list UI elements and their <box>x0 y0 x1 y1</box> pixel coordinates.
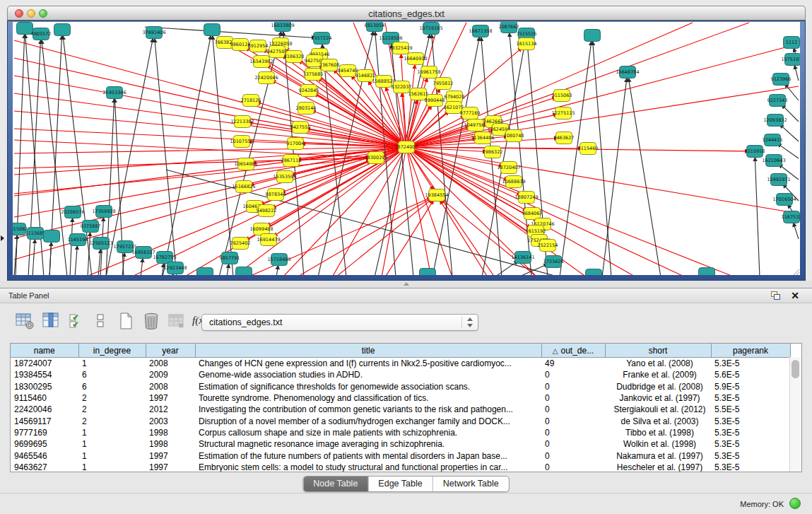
graph-node[interactable]: 17359928 <box>92 206 115 218</box>
cell-out_degree[interactable]: 0 <box>541 369 605 380</box>
cell-in_degree[interactable]: 2 <box>78 392 146 404</box>
cell-title[interactable]: Embryonic stem cells: a model to study s… <box>195 462 541 472</box>
table-scrollbar[interactable] <box>789 357 801 472</box>
table-row[interactable]: 2242004622012Investigating the contribut… <box>11 404 790 415</box>
cell-name[interactable]: 9463627 <box>11 462 78 472</box>
graph-node[interactable]: 18325419 <box>389 42 412 54</box>
graph-node[interactable]: 1733426 <box>543 256 564 268</box>
canvas-resize-grip-icon[interactable] <box>794 269 799 275</box>
cell-pagerank[interactable]: 5.3E-5 <box>711 358 790 370</box>
cell-short[interactable]: Franke et al. (2009) <box>605 369 711 380</box>
graph-node[interactable]: 9777169 <box>460 107 481 119</box>
graph-node[interactable] <box>44 230 60 243</box>
graph-node[interactable]: 16640910 <box>404 53 427 65</box>
graph-node[interactable]: 7625402 <box>230 238 251 250</box>
cell-in_degree[interactable]: 1 <box>78 450 146 461</box>
cell-out_degree[interactable]: 0 <box>541 404 605 415</box>
graph-node[interactable]: 21953346 <box>102 87 126 99</box>
node-table[interactable]: namein_degreeyeartitle△out_de...shortpag… <box>10 343 802 472</box>
graph-node[interactable]: 9427552 <box>290 122 311 134</box>
graph-node[interactable]: 8813054 <box>365 22 385 32</box>
table-select-dropdown[interactable]: citations_edges.txt <box>201 314 478 331</box>
graph-node[interactable]: 16099488 <box>249 223 273 235</box>
graph-node[interactable]: 12275115 <box>551 107 575 119</box>
cell-title[interactable]: Estimation of significance thresholds fo… <box>195 381 541 392</box>
graph-node[interactable]: 2718126 <box>241 95 261 107</box>
graph-node[interactable]: 16543982 <box>249 56 273 68</box>
cell-out_degree[interactable]: 0 <box>541 450 605 461</box>
graph-node[interactable]: 5498222 <box>257 205 277 217</box>
graph-node[interactable]: 1167533 <box>782 211 800 223</box>
cell-name[interactable]: 14569117 <box>11 415 78 426</box>
cell-title[interactable]: Tourette syndrome. Phenomenology and cla… <box>195 392 541 404</box>
graph-node[interactable]: 2087662 <box>499 22 519 33</box>
cell-name[interactable]: 9465546 <box>11 450 78 461</box>
graph-node[interactable]: 18300295 <box>364 152 387 164</box>
float-panel-icon[interactable] <box>771 291 781 300</box>
graph-node[interactable] <box>586 269 602 276</box>
cell-title[interactable]: Structural magnetic resonance image aver… <box>195 438 541 450</box>
table-row[interactable]: 1456911722003Disruption of a novel membe… <box>11 415 790 426</box>
cell-name[interactable]: 9777169 <box>11 427 78 438</box>
tab-edge-table[interactable]: Edge Table <box>368 477 433 491</box>
cell-year[interactable]: 2008 <box>146 381 195 392</box>
graph-node[interactable]: 17016504 <box>772 194 796 206</box>
table-row[interactable]: 911546021997Tourette syndrome. Phenomeno… <box>11 392 790 404</box>
graph-node[interactable]: 37691406 <box>142 27 165 39</box>
table-row[interactable]: 946554611997Estimation of the future num… <box>11 450 790 461</box>
network-canvas[interactable]: 4905572376914061603380975572248813054152… <box>13 22 800 275</box>
delete-table-icon[interactable]: ✖ <box>167 311 187 331</box>
cell-out_degree[interactable]: 0 <box>541 462 605 472</box>
graph-node[interactable]: 7557224 <box>312 33 332 45</box>
cell-year[interactable]: 2009 <box>146 369 195 380</box>
cell-name[interactable]: 9699695 <box>11 438 78 450</box>
graph-node[interactable]: 9857791 <box>220 252 240 264</box>
graph-node[interactable]: 7955812 <box>433 78 454 90</box>
graph-node[interactable]: 1115689 <box>25 228 46 240</box>
column-header-out_degree[interactable]: △out_de... <box>541 344 605 358</box>
graph-node[interactable]: 22420046 <box>254 72 278 84</box>
graph-node[interactable]: 2803144 <box>296 103 317 115</box>
cell-in_degree[interactable]: 2 <box>78 415 146 426</box>
cell-name[interactable]: 19384554 <box>11 369 78 380</box>
graph-node[interactable]: 9684067 <box>522 208 543 220</box>
tab-network-table[interactable]: Network Table <box>433 477 509 491</box>
cell-short[interactable]: Tibbo et al. (1998) <box>605 427 711 438</box>
cell-title[interactable]: Investigating the contribution of common… <box>195 404 541 415</box>
graph-node[interactable] <box>204 24 220 36</box>
cell-short[interactable]: de Silva et al. (2003) <box>605 415 711 426</box>
cell-out_degree[interactable]: 49 <box>541 358 605 370</box>
graph-node[interactable]: 1615134 <box>517 38 537 50</box>
cell-short[interactable]: Dudbridge et al. (2008) <box>605 381 711 392</box>
graph-node[interactable]: 1112 <box>784 37 800 49</box>
graph-node[interactable]: 12923448 <box>163 262 187 274</box>
cell-pagerank[interactable]: 5.3E-5 <box>711 392 790 404</box>
column-header-title[interactable]: title <box>195 344 541 358</box>
cell-title[interactable]: Disruption of a novel member of a sodium… <box>195 415 541 426</box>
cell-pagerank[interactable]: 5.5E-5 <box>711 404 790 415</box>
memory-indicator[interactable] <box>789 498 801 509</box>
graph-node[interactable]: 12505123 <box>89 238 112 250</box>
column-header-short[interactable]: short <box>605 344 711 358</box>
column-header-pagerank[interactable]: pagerank <box>711 344 790 358</box>
cell-pagerank[interactable]: 5.3E-5 <box>711 415 790 426</box>
cell-pagerank[interactable]: 5.6E-5 <box>711 369 790 380</box>
graph-node[interactable]: 18807249 <box>514 192 538 204</box>
graph-node[interactable]: 16671358 <box>469 25 492 37</box>
graph-node[interactable]: 10654985 <box>234 158 257 170</box>
cell-in_degree[interactable]: 6 <box>78 381 146 392</box>
cell-name[interactable]: 18724007 <box>11 358 78 370</box>
graph-node[interactable]: 3375685 <box>303 69 324 81</box>
new-column-icon[interactable] <box>117 311 134 331</box>
graph-node[interactable]: 9375887 <box>81 221 101 233</box>
cell-in_degree[interactable]: 1 <box>78 358 146 370</box>
graph-node[interactable]: 2867110 <box>281 155 302 167</box>
cell-year[interactable]: 2008 <box>146 358 195 370</box>
graph-node[interactable]: 18724007 <box>394 141 418 153</box>
cell-short[interactable]: Hescheler et al. (1997) <box>605 462 711 472</box>
graph-node[interactable]: 15166825 <box>232 181 255 193</box>
graph-node[interactable]: 2367608 <box>319 59 340 71</box>
cell-year[interactable]: 1997 <box>146 462 195 472</box>
delete-column-trash-icon[interactable] <box>141 311 161 331</box>
graph-node[interactable]: 12213382 <box>230 116 254 128</box>
